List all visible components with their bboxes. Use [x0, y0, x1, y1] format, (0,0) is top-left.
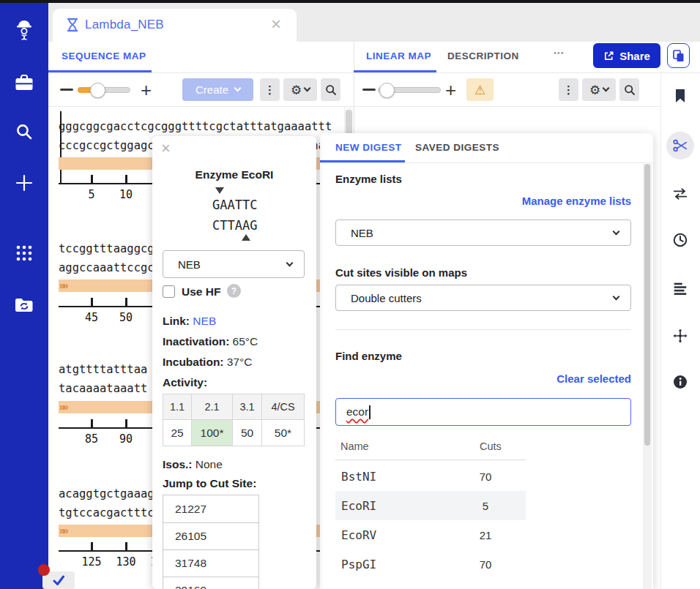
activity-value: 50	[233, 420, 262, 446]
ruler-label: 5	[77, 188, 106, 201]
cut-site-item[interactable]: 26105	[163, 522, 258, 549]
enzyme-cuts: 21	[463, 529, 507, 541]
top-strand: atgttttatttaa	[59, 363, 147, 376]
share-button[interactable]: Share	[593, 43, 660, 68]
find-enzyme-input-value: ecor	[346, 405, 368, 419]
cut-sites-select[interactable]: Double cutters	[335, 285, 631, 311]
scientist-icon[interactable]	[13, 18, 35, 41]
jump-to-cut-site-label: Jump to Cut Site:	[163, 477, 256, 490]
clear-selected-link[interactable]: Clear selected	[466, 372, 631, 385]
digest-tabs-divider	[320, 162, 653, 163]
ruler-label: 45	[77, 311, 106, 324]
link-label: Link:	[163, 315, 190, 327]
search-map-button[interactable]	[619, 78, 639, 101]
briefcase-icon[interactable]	[14, 73, 34, 92]
warning-icon: ⚠	[474, 83, 485, 97]
digest-panel: NEW DIGEST SAVED DIGESTS Enzyme lists Ma…	[320, 133, 653, 589]
swap-arrows-icon[interactable]	[672, 186, 688, 202]
enzyme-list-select[interactable]: NEB	[335, 220, 631, 246]
help-icon[interactable]: ?	[227, 284, 241, 298]
overflow-menu-button[interactable]: ⋮	[559, 78, 578, 101]
zoom-slider-thumb[interactable]	[90, 83, 105, 98]
recognition-site-top: GAATTC	[212, 198, 257, 212]
overflow-menu-button[interactable]: ⋮	[260, 78, 280, 101]
activity-header: 2.1	[192, 394, 233, 420]
plus-icon[interactable]	[15, 173, 34, 192]
activity-label: Activity:	[163, 376, 207, 389]
isoschizomers-value: None	[196, 458, 223, 470]
zoom-in-icon[interactable]: +	[141, 80, 152, 100]
kebab-icon: ⋮	[264, 83, 275, 97]
chevron-down-icon	[304, 85, 311, 92]
search-map-button[interactable]	[321, 78, 340, 101]
history-clock-icon[interactable]	[672, 232, 688, 248]
share-button-label: Share	[619, 50, 650, 62]
cut-site-item[interactable]: 39169	[163, 577, 258, 589]
manage-enzyme-lists-link[interactable]: Manage enzyme lists	[466, 195, 631, 207]
header-divider	[48, 72, 700, 73]
find-enzyme-input[interactable]: ecor	[335, 398, 631, 426]
more-tabs-icon[interactable]: •••	[554, 48, 565, 57]
close-icon[interactable]: ×	[161, 140, 171, 157]
ruler-tick	[91, 298, 93, 306]
chevron-down-icon	[613, 228, 620, 236]
use-hf-checkbox[interactable]	[163, 285, 175, 298]
notification-dot	[38, 564, 50, 576]
settings-button[interactable]: ⚙	[582, 78, 616, 101]
move-icon[interactable]	[672, 328, 688, 344]
ruler-tick	[125, 175, 127, 183]
info-icon[interactable]	[673, 375, 688, 389]
find-enzyme-heading: Find enzyme	[335, 350, 402, 362]
tab-new-digest[interactable]: NEW DIGEST	[335, 142, 402, 153]
copy-button[interactable]	[667, 43, 690, 68]
enzyme-name: BstNI	[341, 470, 376, 484]
zoom-out-icon[interactable]	[60, 89, 73, 91]
ruler-tick	[91, 175, 93, 183]
ruler-tick	[91, 419, 93, 427]
bookmark-icon[interactable]	[674, 89, 686, 103]
dna-hourglass-icon	[66, 17, 79, 33]
scrollbar-thumb[interactable]	[644, 164, 650, 446]
tab-linear-map[interactable]: LINEAR MAP	[366, 50, 431, 61]
warning-button[interactable]: ⚠	[466, 78, 494, 101]
cut-sites-select-value: Double cutters	[351, 292, 422, 304]
ruler-label: 10	[111, 188, 141, 201]
supplier-select[interactable]: NEB	[163, 250, 305, 278]
enzyme-row[interactable]: PspGI 70	[335, 549, 526, 579]
tab-description[interactable]: DESCRIPTION	[447, 50, 519, 61]
enzyme-row-selected[interactable]: EcoRI 5	[335, 491, 526, 520]
cut-site-item[interactable]: 21227	[163, 495, 258, 522]
inactivation-label: Inactivation:	[163, 335, 229, 348]
tab-sequence-map[interactable]: SEQUENCE MAP	[62, 50, 146, 61]
table-header-divider	[335, 459, 526, 460]
cut-site-list: 21227 26105 31748 39169	[163, 495, 259, 589]
enzyme-row[interactable]: BstNI 70	[335, 462, 526, 491]
document-tab[interactable]: Lambda_NEB ×	[53, 9, 297, 42]
enzyme-row[interactable]: EcoRV 21	[335, 520, 526, 549]
search-icon[interactable]	[15, 122, 34, 141]
feature-arrow-chevrons: »»	[59, 401, 67, 413]
scissors-icon[interactable]	[666, 132, 694, 160]
zoom-in-icon[interactable]: +	[445, 80, 456, 100]
zoom-slider-thumb[interactable]	[379, 83, 395, 98]
tab-saved-digests[interactable]: SAVED DIGESTS	[415, 142, 499, 153]
folder-sync-icon[interactable]	[14, 296, 34, 315]
supplier-link[interactable]: NEB	[193, 315, 216, 327]
cut-site-item[interactable]: 31748	[163, 549, 258, 577]
chevron-down-icon	[613, 293, 620, 301]
apps-grid-icon[interactable]	[15, 244, 34, 263]
gear-icon: ⚙	[589, 83, 600, 97]
recognition-site-bottom: CTTAAG	[212, 218, 257, 233]
app-window: Lambda_NEB × SEQUENCE MAP LINEAR MAP DES…	[0, 0, 700, 589]
ruler-tick	[125, 298, 127, 306]
settings-button[interactable]: ⚙	[283, 78, 317, 101]
chevron-down-icon	[234, 85, 242, 92]
external-link-icon	[603, 50, 614, 61]
left-sidebar	[0, 3, 48, 589]
chevron-down-icon	[603, 85, 610, 92]
enzyme-popup: × Enzyme EcoRI GAATTC CTTAAG NEB Use HF …	[152, 136, 316, 589]
close-tab-icon[interactable]: ×	[271, 14, 281, 34]
align-lines-icon[interactable]	[672, 280, 688, 296]
create-button[interactable]: Create	[182, 78, 253, 101]
zoom-out-icon[interactable]	[362, 89, 376, 91]
